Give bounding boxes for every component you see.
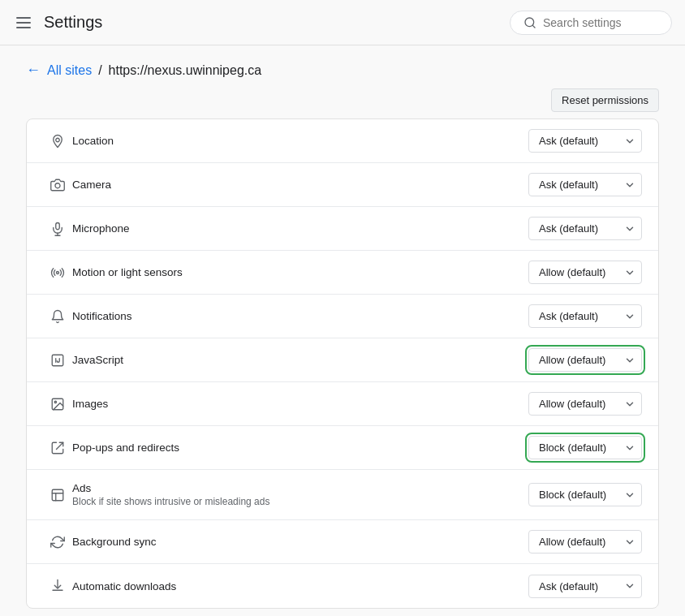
svg-point-7	[57, 271, 59, 274]
select-wrapper-automatic-downloads: Ask (default)	[528, 575, 642, 598]
permission-row-ads: Ads Block if site shows intrusive or mis…	[27, 470, 658, 520]
header-left: Settings	[13, 13, 102, 32]
popups-icon	[43, 441, 72, 455]
permission-label-wrap-motion-sensors: Motion or light sensors	[72, 266, 528, 278]
select-wrapper-popups: Block (default)	[528, 436, 642, 459]
permission-row-location: Location Ask (default)	[27, 119, 658, 163]
svg-point-2	[56, 138, 60, 142]
select-wrapper-location: Ask (default)	[528, 129, 642, 153]
permission-label-wrap-microphone: Microphone	[72, 222, 528, 235]
breadcrumb-current-site: https://nexus.uwinnipeg.ca	[109, 63, 262, 78]
breadcrumb: ← All sites / https://nexus.uwinnipeg.ca	[0, 45, 685, 88]
permission-label-microphone: Microphone	[72, 222, 528, 235]
svg-rect-11	[52, 489, 63, 501]
hamburger-menu-icon[interactable]	[13, 14, 34, 32]
permission-row-javascript: JavaScript Allow (default)	[27, 338, 658, 382]
permission-select-images[interactable]: Allow (default)	[528, 392, 642, 416]
notifications-icon	[43, 309, 72, 324]
back-button[interactable]: ←	[26, 62, 41, 79]
svg-rect-4	[56, 222, 60, 229]
permission-label-images: Images	[72, 398, 528, 410]
select-wrapper-motion-sensors: Allow (default)	[528, 261, 642, 284]
permission-label-location: Location	[72, 135, 528, 147]
select-wrapper-microphone: Ask (default)	[528, 217, 642, 240]
permission-select-location[interactable]: Ask (default)	[528, 129, 642, 153]
ads-icon	[43, 488, 72, 502]
breadcrumb-separator: /	[98, 63, 101, 78]
all-sites-link[interactable]: All sites	[47, 63, 92, 78]
permission-label-wrap-popups: Pop-ups and redirects	[72, 442, 528, 454]
permission-select-popups[interactable]: Block (default)	[528, 436, 642, 459]
permissions-container: Location Ask (default) Camera Ask (defau…	[26, 118, 659, 609]
permission-row-automatic-downloads: Automatic downloads Ask (default)	[27, 564, 658, 608]
permission-label-wrap-camera: Camera	[72, 179, 528, 191]
sensors-icon	[43, 265, 72, 280]
sync-icon	[43, 535, 72, 549]
permission-row-images: Images Allow (default)	[27, 382, 658, 426]
main-content: Reset permissions Location Ask (default)	[0, 88, 685, 616]
select-wrapper-background-sync: Allow (default)	[528, 530, 642, 554]
permission-select-background-sync[interactable]: Allow (default)	[528, 530, 642, 554]
permission-label-wrap-images: Images	[72, 398, 528, 410]
reset-permissions-button[interactable]: Reset permissions	[551, 88, 659, 112]
permission-row-motion-sensors: Motion or light sensors Allow (default)	[27, 251, 658, 295]
permission-label-ads: Ads	[72, 482, 528, 494]
permission-label-popups: Pop-ups and redirects	[72, 442, 528, 454]
camera-icon	[43, 178, 72, 192]
permission-label-wrap-automatic-downloads: Automatic downloads	[72, 580, 528, 592]
svg-point-10	[54, 401, 56, 403]
reset-permissions-row: Reset permissions	[26, 88, 659, 112]
select-wrapper-ads: Block (default)	[528, 483, 642, 506]
location-icon	[43, 134, 72, 149]
select-wrapper-images: Allow (default)	[528, 392, 642, 416]
permission-select-notifications[interactable]: Ask (default)	[528, 304, 642, 328]
permission-select-microphone[interactable]: Ask (default)	[528, 217, 642, 240]
permission-select-camera[interactable]: Ask (default)	[528, 173, 642, 196]
microphone-icon	[43, 222, 72, 236]
permission-label-background-sync: Background sync	[72, 536, 528, 548]
header: Settings	[0, 0, 685, 45]
images-icon	[43, 397, 72, 411]
search-icon	[523, 16, 536, 29]
permission-row-popups: Pop-ups and redirects Block (default)	[27, 426, 658, 470]
permission-label-wrap-ads: Ads Block if site shows intrusive or mis…	[72, 482, 528, 507]
select-wrapper-camera: Ask (default)	[528, 173, 642, 196]
select-wrapper-javascript: Allow (default)	[528, 348, 642, 372]
search-input[interactable]	[543, 16, 658, 29]
permission-label-wrap-javascript: JavaScript	[72, 354, 528, 366]
permission-label-wrap-location: Location	[72, 135, 528, 147]
permission-row-notifications: Notifications Ask (default)	[27, 295, 658, 338]
permission-row-background-sync: Background sync Allow (default)	[27, 520, 658, 564]
permission-select-motion-sensors[interactable]: Allow (default)	[528, 261, 642, 284]
permission-label-wrap-background-sync: Background sync	[72, 536, 528, 548]
javascript-icon	[43, 353, 72, 368]
permission-label-wrap-notifications: Notifications	[72, 310, 528, 322]
svg-line-1	[532, 25, 535, 28]
permission-row-microphone: Microphone Ask (default)	[27, 207, 658, 251]
permission-select-javascript[interactable]: Allow (default)	[528, 348, 642, 372]
permission-select-ads[interactable]: Block (default)	[528, 483, 642, 506]
svg-point-3	[55, 183, 60, 187]
permission-label-javascript: JavaScript	[72, 354, 528, 366]
downloads-icon	[43, 579, 72, 593]
search-box[interactable]	[510, 11, 672, 35]
permission-row-camera: Camera Ask (default)	[27, 163, 658, 207]
select-wrapper-notifications: Ask (default)	[528, 304, 642, 328]
permission-subtitle-ads: Block if site shows intrusive or mislead…	[72, 496, 528, 507]
permission-label-motion-sensors: Motion or light sensors	[72, 266, 528, 278]
permission-label-automatic-downloads: Automatic downloads	[72, 580, 528, 592]
permission-label-camera: Camera	[72, 179, 528, 191]
svg-rect-8	[52, 355, 63, 366]
permission-label-notifications: Notifications	[72, 310, 528, 322]
page-title: Settings	[44, 13, 102, 32]
permission-select-automatic-downloads[interactable]: Ask (default)	[528, 575, 642, 598]
